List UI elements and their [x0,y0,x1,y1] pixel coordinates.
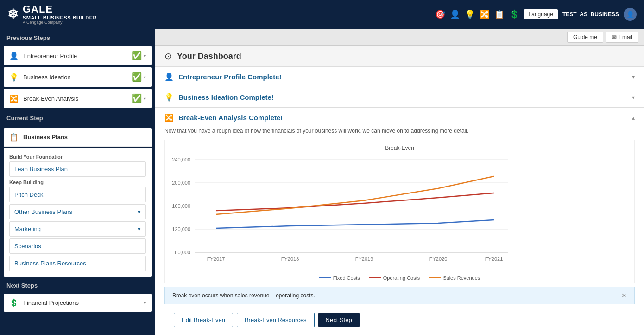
entrepreneur-check-icon: ✅ [132,51,142,61]
operating-costs-label: Operating Costs [383,275,420,281]
break-even-chart: 240,000 200,000 160,000 120,000 80,000 [170,155,517,271]
username-label: TEST_AS_BUSINESS [562,11,619,18]
chart-legend: Fixed Costs Operating Costs Sales Revenu… [170,275,630,281]
next-step-button[interactable]: Next Step [318,313,360,327]
info-bar: Break even occurs when sales revenue = o… [164,287,635,304]
target-icon[interactable]: 🎯 [435,9,445,19]
info-close-button[interactable]: ✕ [621,292,627,299]
action-buttons: Edit Break-Even Break-Even Resources Nex… [164,308,635,332]
accordion-ideation-chevron: ▾ [632,94,635,101]
logo-text: GALE SMALL BUSINESS BUILDER A Cengage Co… [23,4,97,25]
current-step-header[interactable]: 📋 Business Plans ▲ [4,128,152,147]
fixed-costs-legend-line [319,277,331,278]
ideation-check-icon: ✅ [132,72,142,82]
svg-text:FY2019: FY2019 [355,256,373,262]
accordion-breakeven: 🔀 Break-Even Analysis Complete! ▴ Now th… [155,108,644,335]
current-step-section: 📋 Business Plans ▲ Build Your Foundation… [0,127,155,277]
previous-steps-title: Previous Steps [0,29,155,45]
accordion-breakeven-subtitle: Now that you have a rough idea of how th… [164,128,635,134]
accordion-ideation: 💡 Business Ideation Complete! ▾ [155,87,644,108]
dollar-header-icon[interactable]: 💲 [509,9,519,19]
fixed-costs-label: Fixed Costs [333,275,360,281]
sidebar: Previous Steps 👤 Entrepreneur Profile ✅ … [0,29,155,335]
document-icon[interactable]: 📋 [494,9,505,19]
chart-container: Break-Even 240,000 200,000 160,000 120,0… [164,140,635,283]
breakeven-chevron-icon: ▾ [144,96,146,101]
business-plans-chevron-icon: ▲ [140,134,146,141]
logo-gale: GALE [23,4,97,15]
avatar[interactable]: 👤 [624,8,637,21]
sidebar-item-pitch-deck[interactable]: Pitch Deck [9,187,146,202]
logo-area: ❄ GALE SMALL BUSINESS BUILDER A Cengage … [7,4,97,25]
sidebar-item-other-plans[interactable]: Other Business Plans ▾ [9,204,146,219]
accordion-breakeven-header[interactable]: 🔀 Break-Even Analysis Complete! ▴ [155,108,644,128]
sidebar-item-marketing[interactable]: Marketing ▾ [9,221,146,237]
operating-costs-legend-line [369,277,381,278]
svg-text:FY2018: FY2018 [281,256,299,262]
lightbulb-icon[interactable]: 💡 [465,9,475,19]
main-layout: Previous Steps 👤 Entrepreneur Profile ✅ … [0,29,644,335]
accordion-ideation-title: Business Ideation Complete! [178,93,274,101]
accordion-breakeven-icon: 🔀 [164,113,174,122]
language-button[interactable]: Language [524,9,558,19]
sidebar-item-lean-plan[interactable]: Lean Business Plan [9,161,146,177]
dashboard-header: ⊙ Your Dashboard [155,46,644,67]
dashboard-icon: ⊙ [164,51,172,62]
sales-revenues-legend-line [429,277,441,278]
svg-text:FY2021: FY2021 [485,256,503,262]
business-plans-icon: 📋 [9,133,19,142]
person-icon[interactable]: 👤 [450,9,460,19]
entrepreneur-label: Entrepreneur Profile [23,52,77,59]
financial-icon: 💲 [9,298,19,307]
shuffle-icon[interactable]: 🔀 [480,9,490,19]
email-button[interactable]: ✉ Email [606,32,638,43]
svg-text:240,000: 240,000 [172,157,190,162]
dashboard-title: Your Dashboard [177,52,241,61]
breakeven-check-icon: ✅ [132,93,142,103]
accordion-entrepreneur-chevron: ▾ [632,74,635,80]
svg-text:160,000: 160,000 [172,203,190,209]
financial-chevron-icon: ▾ [144,300,146,305]
breakeven-icon: 🔀 [9,94,19,103]
accordion-breakeven-chevron: ▴ [632,115,635,121]
svg-text:FY2017: FY2017 [207,256,225,262]
other-plans-chevron-icon: ▾ [138,208,141,215]
entrepreneur-chevron-icon: ▾ [144,53,146,58]
svg-text:FY2020: FY2020 [429,256,448,262]
next-steps-title: Next Steps [0,277,155,293]
entrepreneur-icon: 👤 [9,52,19,60]
svg-text:120,000: 120,000 [172,226,190,232]
sidebar-item-entrepreneur[interactable]: 👤 Entrepreneur Profile ✅ ▾ [4,46,152,65]
sidebar-item-scenarios[interactable]: Scenarios [9,238,146,254]
sidebar-item-ideation[interactable]: 💡 Business Ideation ✅ ▾ [4,67,152,87]
legend-sales: Sales Revenues [429,275,480,281]
sidebar-item-breakeven[interactable]: 🔀 Break-Even Analysis ✅ ▾ [4,89,152,108]
content-area: Guide me ✉ Email ⊙ Your Dashboard 👤 Entr… [155,29,644,335]
sidebar-item-financial[interactable]: 💲 Financial Projections ▾ [4,294,152,312]
current-step-title: Current Step [0,109,155,125]
breakeven-resources-button[interactable]: Break-Even Resources [237,313,315,327]
accordion-breakeven-title: Break-Even Analysis Complete! [178,114,283,122]
accordion-ideation-icon: 💡 [164,93,174,102]
accordion-entrepreneur-header[interactable]: 👤 Entrepreneur Profile Complete! ▾ [155,67,644,87]
sub-section-building: Keep Building [9,180,146,185]
current-step-content: Build Your Foundation Lean Business Plan… [4,148,152,277]
ideation-icon: 💡 [9,73,19,82]
accordion-entrepreneur-title: Entrepreneur Profile Complete! [178,73,282,81]
edit-breakeven-button[interactable]: Edit Break-Even [174,313,233,327]
header-right: 🎯 👤 💡 🔀 📋 💲 Language TEST_AS_BUSINESS 👤 [435,8,637,21]
accordion-ideation-header[interactable]: 💡 Business Ideation Complete! ▾ [155,87,644,107]
svg-text:80,000: 80,000 [175,250,190,255]
sidebar-item-resources[interactable]: Business Plans Resources [9,256,146,271]
email-icon: ✉ [612,34,617,40]
app-header: ❄ GALE SMALL BUSINESS BUILDER A Cengage … [0,0,644,29]
legend-fixed: Fixed Costs [319,275,360,281]
chart-title: Break-Even [170,145,630,151]
marketing-chevron-icon: ▾ [138,225,141,232]
ideation-chevron-icon: ▾ [144,75,146,80]
content-topbar: Guide me ✉ Email [155,29,644,46]
ideation-label: Business Ideation [23,74,71,81]
guide-button[interactable]: Guide me [567,32,603,43]
legend-operating: Operating Costs [369,275,420,281]
accordion-entrepreneur: 👤 Entrepreneur Profile Complete! ▾ [155,67,644,87]
